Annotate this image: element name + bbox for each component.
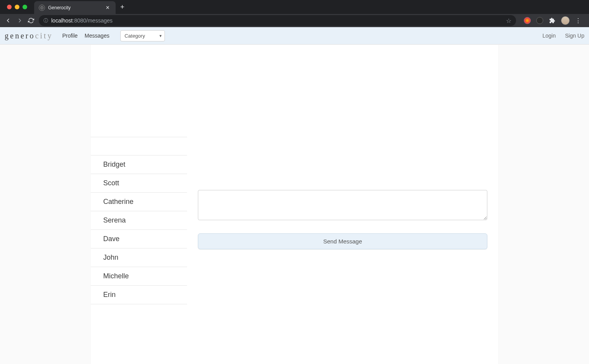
bookmark-icon[interactable]: ☆: [506, 17, 511, 24]
contacts-list: Bridget Scott Catherine Serena Dave John…: [91, 137, 187, 304]
extension-icons: ⋮: [521, 16, 584, 25]
category-select-wrap: Category: [116, 30, 165, 41]
nav-profile[interactable]: Profile: [62, 33, 78, 39]
logo-main: genero: [5, 31, 35, 40]
menu-icon[interactable]: ⋮: [575, 17, 581, 24]
list-item[interactable]: John: [91, 248, 187, 267]
logo-light: city: [35, 31, 53, 40]
reload-button[interactable]: [28, 17, 34, 24]
window-maximize[interactable]: [23, 5, 27, 9]
address-bar[interactable]: ⓘ localhost:8080/messages ☆: [39, 15, 516, 26]
back-button[interactable]: [5, 17, 12, 24]
browser-chrome: Generocity × + ⓘ localhost:8080/messages…: [0, 0, 589, 27]
globe-icon: [39, 5, 45, 11]
profile-avatar[interactable]: [561, 16, 570, 25]
new-tab-button[interactable]: +: [120, 3, 125, 11]
list-item[interactable]: Scott: [91, 174, 187, 193]
message-input[interactable]: [198, 190, 487, 220]
list-item[interactable]: [91, 137, 187, 155]
message-panel: Send Message: [187, 45, 498, 364]
url-path: :8080/messages: [73, 17, 113, 24]
close-icon[interactable]: ×: [104, 4, 111, 11]
window-controls: [3, 5, 31, 9]
contacts-panel: Bridget Scott Catherine Serena Dave John…: [91, 45, 187, 364]
url-host: localhost: [51, 17, 73, 24]
category-select[interactable]: Category: [120, 30, 165, 41]
list-item[interactable]: Dave: [91, 230, 187, 248]
extensions-icon[interactable]: [549, 17, 556, 24]
send-message-button[interactable]: Send Message: [198, 233, 487, 249]
tab-bar: Generocity × +: [0, 0, 589, 14]
nav-signup[interactable]: Sign Up: [565, 33, 584, 39]
info-icon[interactable]: ⓘ: [43, 17, 48, 24]
forward-button[interactable]: [16, 17, 23, 24]
logo[interactable]: generocity: [5, 31, 53, 40]
browser-tab[interactable]: Generocity ×: [34, 1, 116, 14]
list-item[interactable]: Serena: [91, 211, 187, 230]
url-text: localhost:8080/messages: [51, 17, 503, 24]
extension-icon-2[interactable]: [536, 17, 543, 24]
extension-icon-1[interactable]: [524, 17, 531, 24]
window-minimize[interactable]: [15, 5, 19, 9]
app-nav: generocity Profile Messages Category Log…: [0, 27, 589, 45]
list-item[interactable]: Bridget: [91, 155, 187, 174]
address-bar-row: ⓘ localhost:8080/messages ☆ ⋮: [0, 14, 589, 27]
window-close[interactable]: [7, 5, 12, 9]
list-item[interactable]: Michelle: [91, 267, 187, 286]
tab-title: Generocity: [48, 5, 104, 10]
list-item[interactable]: Catherine: [91, 193, 187, 211]
main-content: Bridget Scott Catherine Serena Dave John…: [0, 45, 589, 364]
nav-messages[interactable]: Messages: [85, 33, 109, 39]
nav-login[interactable]: Login: [542, 33, 556, 39]
content-panel: Bridget Scott Catherine Serena Dave John…: [91, 45, 498, 364]
list-item[interactable]: Erin: [91, 286, 187, 304]
